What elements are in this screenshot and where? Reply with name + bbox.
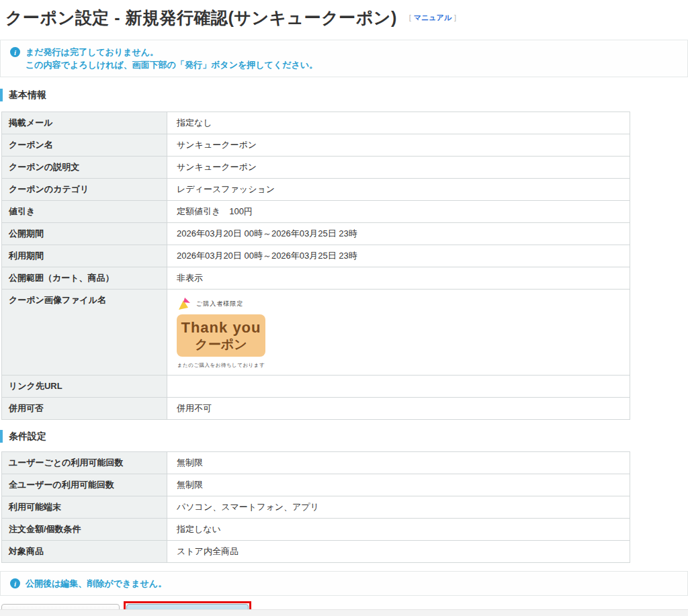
row-label: 利用期間 (2, 245, 167, 267)
footer-bar (0, 609, 688, 616)
coupon-limited-text: ご購入者様限定 (196, 300, 243, 308)
table-row: 公開期間 2026年03月20日 00時～2026年03月25日 23時 (2, 223, 630, 245)
notice-line-1: まだ発行は完了しておりません。 (26, 46, 318, 58)
manual-link-wrap: [マニュアル] (409, 13, 456, 23)
row-value: 非表示 (167, 267, 630, 290)
coupon-preview-image: ご購入者様限定 Thank you クーポン またのご購入をお待ちしております (177, 294, 277, 370)
row-label: 利用可能端末 (2, 496, 167, 519)
table-row: クーポン名 サンキュークーポン (2, 134, 630, 157)
table-row: 注文金額/個数条件 指定しない (2, 519, 630, 541)
row-value: 定額値引き 100円 (167, 201, 630, 223)
row-label: クーポンのカテゴリ (2, 179, 167, 201)
coupon-title-jp: クーポン (195, 337, 247, 353)
row-value: ストア内全商品 (167, 541, 630, 563)
row-value: 2026年03月20日 00時～2026年03月25日 23時 (167, 223, 630, 245)
row-value: 併用不可 (167, 398, 630, 420)
no-edit-notice-text: 公開後は編集、削除ができません。 (26, 577, 167, 590)
table-row-coupon-image: クーポン画像ファイル名 ご購入者様限定 Thank you クーポン またのご購… (2, 290, 630, 376)
row-label: 値引き (2, 201, 167, 223)
coupon-title-en: Thank you (181, 319, 261, 337)
row-label: 注文金額/個数条件 (2, 519, 167, 541)
row-value (167, 376, 630, 398)
table-row: 値引き 定額値引き 100円 (2, 201, 630, 223)
issue-pending-notice-text: まだ発行は完了しておりません。 この内容でよろしければ、画面下部の「発行」ボタン… (26, 46, 318, 71)
row-label: 併用可否 (2, 398, 167, 420)
table-row: クーポンの説明文 サンキュークーポン (2, 157, 630, 179)
row-value: サンキュークーポン (167, 134, 630, 157)
row-value: 無制限 (167, 452, 630, 474)
section-header-basic-info: 基本情報 (0, 89, 688, 101)
row-label: 公開期間 (2, 223, 167, 245)
section-header-conditions: 条件設定 (0, 430, 688, 443)
page-title: クーポン設定 - 新規発行確認(サンキュークーポン) (5, 7, 397, 29)
info-icon: i (10, 578, 20, 588)
row-label: クーポンの説明文 (2, 157, 167, 179)
table-row: 併用可否 併用不可 (2, 398, 630, 420)
row-label: 掲載メール (2, 112, 167, 134)
row-label: リンク先URL (2, 376, 167, 398)
manual-bracket-right: ] (454, 13, 456, 21)
row-value: サンキュークーポン (167, 157, 630, 179)
confetti-icon (178, 297, 191, 310)
coupon-image-cell: ご購入者様限定 Thank you クーポン またのご購入をお待ちしております (167, 290, 630, 376)
table-row: クーポンのカテゴリ レディースファッション (2, 179, 630, 201)
manual-bracket-left: [ (409, 13, 411, 21)
table-row: 全ユーザーの利用可能回数 無制限 (2, 474, 630, 496)
row-value: 指定なし (167, 112, 630, 134)
page-header: クーポン設定 - 新規発行確認(サンキュークーポン) [マニュアル] (0, 0, 688, 29)
no-edit-after-publish-notice: i 公開後は編集、削除ができません。 (0, 571, 688, 596)
row-value: 指定しない (167, 519, 630, 541)
basic-info-table: 掲載メール 指定なし クーポン名 サンキュークーポン クーポンの説明文 サンキュ… (1, 112, 630, 420)
table-row: リンク先URL (2, 376, 630, 398)
table-row: 利用可能端末 パソコン、スマートフォン、アプリ (2, 496, 630, 519)
row-label: 対象商品 (2, 541, 167, 563)
row-value: レディースファッション (167, 179, 630, 201)
table-row: ユーザーごとの利用可能回数 無制限 (2, 452, 630, 474)
row-label: 公開範囲（カート、商品） (2, 267, 167, 290)
notice-line-2: この内容でよろしければ、画面下部の「発行」ボタンを押してください。 (26, 58, 318, 71)
table-row: 公開範囲（カート、商品） 非表示 (2, 267, 630, 290)
manual-link[interactable]: マニュアル (414, 13, 452, 21)
coupon-image-box: Thank you クーポン (177, 314, 265, 357)
info-icon: i (10, 47, 20, 57)
coupon-footer-text: またのご購入をお待ちしております (177, 362, 265, 369)
table-row: 利用期間 2026年03月20日 00時～2026年03月25日 23時 (2, 245, 630, 267)
row-value: 無制限 (167, 474, 630, 496)
row-label: クーポン名 (2, 134, 167, 157)
row-value: パソコン、スマートフォン、アプリ (167, 496, 630, 519)
row-label: クーポン画像ファイル名 (2, 290, 167, 376)
table-row: 対象商品 ストア内全商品 (2, 541, 630, 563)
coupon-image-top: ご購入者様限定 (178, 297, 277, 310)
row-value: 2026年03月20日 00時～2026年03月25日 23時 (167, 245, 630, 267)
table-row: 掲載メール 指定なし (2, 112, 630, 134)
row-label: ユーザーごとの利用可能回数 (2, 452, 167, 474)
row-label: 全ユーザーの利用可能回数 (2, 474, 167, 496)
conditions-table: ユーザーごとの利用可能回数 無制限 全ユーザーの利用可能回数 無制限 利用可能端… (1, 451, 630, 563)
issue-pending-notice: i まだ発行は完了しておりません。 この内容でよろしければ、画面下部の「発行」ボ… (0, 40, 688, 77)
